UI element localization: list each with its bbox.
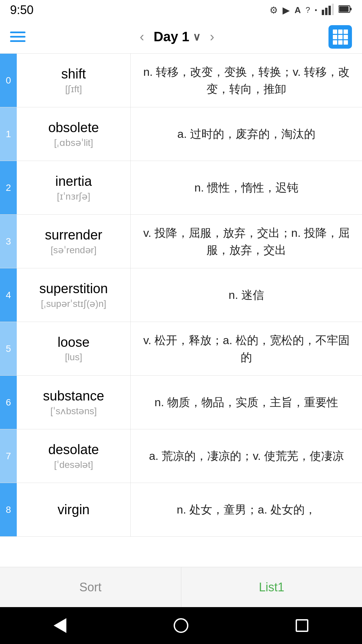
word-text: superstition (39, 281, 108, 296)
row-definition: n. 惯性，惰性，迟钝 (131, 161, 362, 214)
menu-button[interactable] (10, 32, 25, 42)
word-text: substance (43, 388, 104, 404)
word-text: obsolete (48, 120, 99, 135)
signal-icon (322, 3, 334, 17)
svg-rect-3 (332, 4, 334, 15)
row-word: inertia[ɪˈnɜrʃə] (17, 161, 131, 214)
recents-button[interactable] (296, 619, 308, 632)
svg-rect-13 (333, 40, 337, 45)
wifi-icon: ? (306, 5, 310, 15)
word-phonetic: [ˌɑbsəˈlit] (54, 137, 93, 148)
nav-bar: ‹ Day 1 ∨ › (0, 20, 362, 54)
row-definition: n. 迷信 (131, 268, 362, 322)
row-word: loose[lus] (17, 322, 131, 375)
home-button[interactable] (174, 618, 188, 633)
row-index: 7 (0, 429, 17, 483)
svg-rect-2 (328, 6, 331, 15)
chevron-down-icon: ∨ (193, 31, 200, 43)
table-row[interactable]: 3surrender[səˈrendər]v. 投降，屈服，放弃，交出；n. 投… (0, 215, 362, 268)
back-button[interactable] (54, 618, 66, 633)
row-word: shift[ʃɪft] (17, 54, 131, 107)
table-row[interactable]: 2inertia[ɪˈnɜrʃə]n. 惯性，惰性，迟钝 (0, 161, 362, 215)
row-definition: a. 荒凉的，凄凉的；v. 使荒芜，使凄凉 (131, 429, 362, 483)
table-row[interactable]: 5loose[lus]v. 松开，释放；a. 松的，宽松的，不牢固的 (0, 322, 362, 376)
svg-rect-7 (333, 30, 337, 34)
table-row[interactable]: 4superstition[ˌsupərˈstɪʃ(ə)n]n. 迷信 (0, 268, 362, 322)
svg-rect-10 (333, 35, 337, 39)
row-index: 2 (0, 161, 17, 214)
dot-icon: • (315, 6, 317, 14)
row-definition: v. 投降，屈服，放弃，交出；n. 投降，屈服，放弃，交出 (131, 215, 362, 268)
row-index: 3 (0, 215, 17, 268)
status-time: 9:50 (10, 3, 34, 17)
svg-rect-11 (338, 35, 343, 39)
row-word: superstition[ˌsupərˈstɪʃ(ə)n] (17, 268, 131, 322)
svg-rect-5 (350, 8, 352, 10)
svg-rect-6 (339, 6, 349, 12)
word-phonetic: [ɪˈnɜrʃə] (57, 191, 90, 202)
font-icon: A (295, 5, 301, 15)
svg-rect-12 (344, 35, 348, 39)
settings-icon: ⚙ (269, 5, 278, 16)
word-text: desolate (48, 442, 99, 457)
sort-tab[interactable]: Sort (0, 567, 181, 607)
word-text: inertia (55, 174, 92, 189)
row-word: virgin (17, 483, 131, 536)
grid-view-button[interactable] (328, 25, 352, 49)
word-phonetic: [lus] (65, 352, 82, 363)
word-text: loose (58, 335, 90, 350)
row-definition: n. 转移，改变，变换，转换；v. 转移，改变，转向，推卸 (131, 54, 362, 107)
row-word: substance[ˈsʌbstəns] (17, 376, 131, 429)
table-row[interactable]: 8virginn. 处女，童男；a. 处女的， (0, 483, 362, 537)
next-button[interactable]: › (206, 29, 218, 44)
word-text: surrender (45, 227, 102, 243)
list1-tab[interactable]: List1 (181, 567, 362, 607)
row-index: 6 (0, 376, 17, 429)
svg-rect-15 (344, 40, 348, 45)
status-icons: ⚙ ▶ A ? • (269, 3, 352, 17)
svg-rect-8 (338, 30, 343, 34)
row-index: 5 (0, 322, 17, 375)
row-definition: n. 物质，物品，实质，主旨，重要性 (131, 376, 362, 429)
table-row[interactable]: 6substance[ˈsʌbstəns]n. 物质，物品，实质，主旨，重要性 (0, 376, 362, 429)
play-protect-icon: ▶ (283, 5, 290, 16)
battery-icon (339, 5, 352, 16)
svg-rect-1 (325, 8, 327, 15)
word-phonetic: [ˈsʌbstəns] (50, 406, 97, 417)
word-text: virgin (58, 502, 90, 517)
status-bar: 9:50 ⚙ ▶ A ? • (0, 0, 362, 20)
word-phonetic: [səˈrendər] (51, 245, 97, 256)
nav-center: ‹ Day 1 ∨ › (136, 29, 218, 44)
day-title: Day 1 (154, 29, 189, 44)
row-definition: a. 过时的，废弃的，淘汰的 (131, 107, 362, 161)
word-phonetic: [ˈdesələt] (54, 459, 93, 470)
word-phonetic: [ʃɪft] (65, 84, 82, 95)
row-word: surrender[səˈrendər] (17, 215, 131, 268)
bottom-tabs: Sort List1 (0, 567, 362, 607)
word-phonetic: [ˌsupərˈstɪʃ(ə)n] (41, 298, 106, 309)
row-word: desolate[ˈdesələt] (17, 429, 131, 483)
row-definition: n. 处女，童男；a. 处女的， (131, 483, 362, 536)
word-list: 0shift[ʃɪft]n. 转移，改变，变换，转换；v. 转移，改变，转向，推… (0, 54, 362, 567)
svg-rect-0 (322, 10, 324, 15)
svg-rect-14 (338, 40, 343, 45)
table-row[interactable]: 1obsolete[ˌɑbsəˈlit]a. 过时的，废弃的，淘汰的 (0, 107, 362, 161)
table-row[interactable]: 0shift[ʃɪft]n. 转移，改变，变换，转换；v. 转移，改变，转向，推… (0, 54, 362, 107)
system-nav-bar (0, 607, 362, 644)
table-row[interactable]: 7desolate[ˈdesələt]a. 荒凉的，凄凉的；v. 使荒芜，使凄凉 (0, 429, 362, 483)
row-index: 0 (0, 54, 17, 107)
row-index: 8 (0, 483, 17, 536)
row-definition: v. 松开，释放；a. 松的，宽松的，不牢固的 (131, 322, 362, 375)
svg-rect-9 (344, 30, 348, 34)
row-word: obsolete[ˌɑbsəˈlit] (17, 107, 131, 161)
day-selector[interactable]: Day 1 ∨ (154, 29, 200, 44)
row-index: 1 (0, 107, 17, 161)
prev-button[interactable]: ‹ (136, 29, 147, 44)
word-text: shift (61, 66, 86, 82)
row-index: 4 (0, 268, 17, 322)
